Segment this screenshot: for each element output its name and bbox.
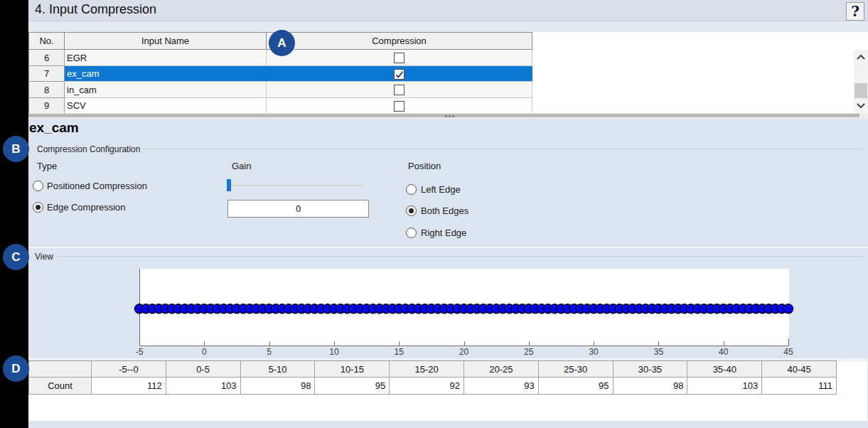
x-tick bbox=[594, 341, 594, 346]
x-tick-label: 5 bbox=[255, 347, 284, 357]
count-table-container: -5--00-55-1010-1515-2020-2525-3030-3535-… bbox=[28, 360, 867, 421]
compression-checkbox[interactable] bbox=[394, 53, 404, 63]
annotation-badge-b: B bbox=[3, 136, 29, 162]
count-value-cell: 93 bbox=[464, 378, 538, 395]
compression-configuration-section-title: Compression Configuration bbox=[37, 144, 864, 154]
compression-cell bbox=[267, 98, 532, 114]
compression-configuration-label: Compression Configuration bbox=[37, 144, 140, 154]
count-value-cell: 98 bbox=[613, 378, 687, 395]
compression-checkbox[interactable] bbox=[394, 85, 404, 95]
bin-header-cell: 5-10 bbox=[240, 361, 315, 378]
x-tick bbox=[334, 341, 335, 346]
bin-header-cell: -5--0 bbox=[92, 361, 166, 378]
input-table-column-header[interactable]: Compression bbox=[267, 33, 532, 50]
horizontal-scrollbar[interactable] bbox=[28, 113, 868, 119]
x-tick-label: 0 bbox=[190, 347, 218, 357]
compression-checkbox[interactable] bbox=[394, 101, 404, 112]
vertical-scrollbar-thumb[interactable] bbox=[854, 83, 867, 98]
type-label: Type bbox=[37, 161, 57, 171]
position-radio-unselected[interactable] bbox=[406, 184, 417, 195]
count-row-label: Count bbox=[29, 378, 92, 395]
scroll-down-icon[interactable] bbox=[856, 102, 866, 109]
x-tick-label: 15 bbox=[385, 347, 413, 357]
selected-input-heading: ex_cam bbox=[29, 120, 79, 136]
count-value-cell: 103 bbox=[166, 378, 240, 395]
view-label: View bbox=[35, 252, 53, 262]
compression-cell bbox=[267, 50, 532, 66]
gain-slider-track[interactable] bbox=[228, 185, 364, 186]
page-title: 4. Input Compression bbox=[35, 2, 156, 17]
position-radio-label[interactable]: Left Edge bbox=[421, 184, 461, 195]
compression-cell bbox=[267, 66, 532, 82]
bin-header-cell: 25-30 bbox=[538, 361, 613, 378]
type-radio-label[interactable]: Positioned Compression bbox=[47, 181, 147, 191]
row-number-cell[interactable]: 7 bbox=[29, 66, 65, 82]
row-number-cell[interactable]: 9 bbox=[29, 98, 65, 114]
type-radio-label[interactable]: Edge Compression bbox=[47, 202, 126, 213]
row-number-cell[interactable]: 8 bbox=[29, 82, 65, 98]
bottom-strip bbox=[28, 421, 868, 428]
x-tick-label: 20 bbox=[450, 347, 478, 357]
count-value-cell: 95 bbox=[315, 378, 390, 395]
bin-header-cell: 20-25 bbox=[464, 361, 538, 378]
position-radio-selected[interactable] bbox=[406, 205, 417, 216]
position-radio-label[interactable]: Right Edge bbox=[421, 228, 466, 238]
position-radio-unselected[interactable] bbox=[406, 228, 417, 238]
position-radio-label[interactable]: Both Edges bbox=[421, 205, 468, 216]
compression-checkbox-checked[interactable] bbox=[394, 69, 404, 80]
type-radio-selected[interactable] bbox=[33, 202, 43, 213]
scroll-up-icon[interactable] bbox=[856, 53, 866, 61]
x-tick-label: -5 bbox=[125, 347, 154, 357]
x-tick-label: 30 bbox=[579, 347, 608, 357]
section-rule bbox=[143, 149, 864, 149]
x-tick-label: 10 bbox=[320, 347, 348, 357]
x-tick bbox=[724, 341, 724, 346]
count-value-cell: 95 bbox=[538, 378, 613, 395]
input-compression-window: 4. Input Compression ? No.Input NameComp… bbox=[28, 0, 868, 428]
checkmark-icon bbox=[395, 70, 404, 79]
count-value-cell: 98 bbox=[240, 378, 315, 395]
input-name-cell[interactable]: EGR bbox=[65, 50, 267, 66]
count-table-values-row: Count112103989592939598103111 bbox=[29, 378, 837, 395]
input-table-row[interactable]: 8in_cam bbox=[29, 82, 532, 98]
input-table-row[interactable]: 9SCV bbox=[29, 98, 532, 114]
vertical-scrollbar[interactable] bbox=[854, 50, 868, 113]
titlebar-gap bbox=[28, 21, 868, 32]
position-label: Position bbox=[408, 161, 441, 171]
gain-label: Gain bbox=[232, 161, 251, 171]
x-tick-label: 40 bbox=[709, 347, 738, 357]
x-tick-label: 35 bbox=[644, 347, 673, 357]
bin-header-cell: 10-15 bbox=[315, 361, 390, 378]
input-table-row[interactable]: 7ex_cam bbox=[29, 66, 532, 82]
annotation-badge-a: A bbox=[269, 30, 295, 56]
scatter-markers bbox=[128, 301, 800, 318]
count-value-cell: 103 bbox=[687, 378, 762, 395]
gain-input[interactable]: 0 bbox=[227, 200, 369, 218]
x-tick bbox=[269, 341, 270, 346]
horizontal-scrollbar-thumb[interactable] bbox=[28, 114, 859, 117]
count-table: -5--00-55-1010-1515-2020-2525-3030-3535-… bbox=[28, 360, 837, 395]
row-number-cell[interactable]: 6 bbox=[29, 50, 65, 66]
x-tick-label: 45 bbox=[774, 347, 803, 357]
x-tick bbox=[139, 341, 140, 346]
x-tick bbox=[204, 341, 205, 346]
section-separator bbox=[28, 247, 868, 248]
input-name-cell[interactable]: ex_cam bbox=[65, 66, 267, 82]
bin-header-cell: 40-45 bbox=[762, 361, 837, 378]
input-table-container: No.Input NameCompression 6EGR7ex_cam8in_… bbox=[28, 32, 868, 113]
input-name-cell[interactable]: in_cam bbox=[65, 82, 267, 98]
bin-header-cell: 0-5 bbox=[166, 361, 240, 378]
x-tick bbox=[399, 341, 400, 346]
input-name-cell[interactable]: SCV bbox=[65, 98, 267, 114]
count-table-bins-row: -5--00-55-1010-1515-2020-2525-3030-3535-… bbox=[29, 361, 837, 378]
gain-slider-handle[interactable] bbox=[227, 179, 231, 191]
help-button[interactable]: ? bbox=[846, 2, 864, 21]
bin-header-cell: 30-35 bbox=[613, 361, 687, 378]
input-table-column-header[interactable]: No. bbox=[29, 33, 65, 50]
annotation-badge-c: C bbox=[3, 244, 29, 270]
type-radio-unselected[interactable] bbox=[33, 181, 43, 191]
count-value-cell: 112 bbox=[92, 378, 166, 395]
splitter-grip-icon bbox=[445, 115, 447, 117]
count-value-cell: 92 bbox=[390, 378, 464, 395]
input-table-column-header[interactable]: Input Name bbox=[65, 33, 267, 50]
